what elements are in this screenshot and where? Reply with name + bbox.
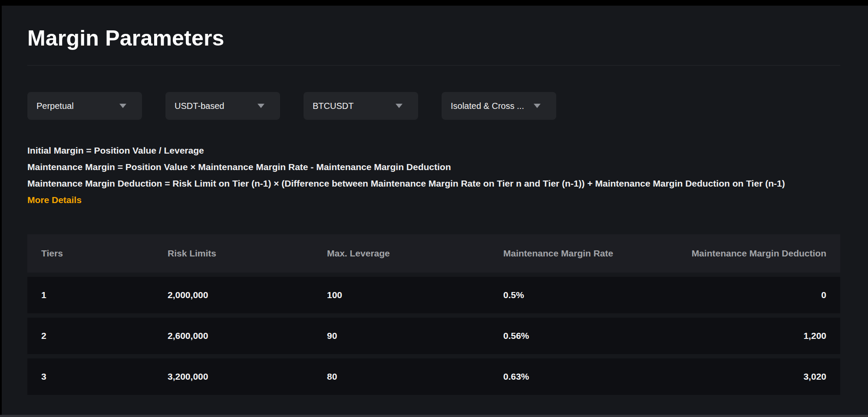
filter-bar: Perpetual USDT-based BTCUSDT Isolated & … [27,92,840,120]
table-row: 3 3,200,000 80 0.63% 3,020 [27,358,840,395]
table-row: 2 2,600,000 90 0.56% 1,200 [27,318,840,354]
mm-rate-cell: 0.56% [489,318,665,354]
title-divider [27,65,840,66]
max-leverage-cell: 100 [313,277,489,313]
formula-block: Initial Margin = Position Value / Levera… [27,142,840,208]
risk-limit-cell: 3,200,000 [154,358,313,395]
maintenance-margin-deduction-formula: Maintenance Margin Deduction = Risk Limi… [27,175,840,192]
margin-mode-dropdown[interactable]: Isolated & Cross ... [442,92,556,120]
tier-cell: 1 [27,277,154,313]
footer-divider [0,415,868,417]
settlement-coin-value: USDT-based [175,101,224,111]
chevron-down-icon [534,104,541,108]
mm-rate-cell: 0.5% [489,277,665,313]
contract-type-value: Perpetual [36,101,74,111]
chevron-down-icon [257,104,264,108]
mm-deduction-cell: 3,020 [665,358,840,395]
chevron-down-icon [396,104,403,108]
margin-mode-value: Isolated & Cross ... [451,101,524,111]
column-header-tiers: Tiers [27,234,154,273]
settlement-coin-dropdown[interactable]: USDT-based [165,92,280,120]
margin-tiers-table: Tiers Risk Limits Max. Leverage Maintena… [27,230,840,399]
more-details-link[interactable]: More Details [27,192,82,208]
chevron-down-icon [119,104,126,108]
column-header-max-leverage: Max. Leverage [313,234,489,273]
table-header-row: Tiers Risk Limits Max. Leverage Maintena… [27,234,840,273]
risk-limit-cell: 2,600,000 [154,318,313,354]
symbol-dropdown[interactable]: BTCUSDT [304,92,418,120]
column-header-mm-rate: Maintenance Margin Rate [489,234,665,273]
margin-parameters-page: Margin Parameters Perpetual USDT-based B… [2,6,868,415]
risk-limit-cell: 2,000,000 [154,277,313,313]
max-leverage-cell: 80 [313,358,489,395]
max-leverage-cell: 90 [313,318,489,354]
mm-deduction-cell: 1,200 [665,318,840,354]
page-title: Margin Parameters [27,26,840,50]
mm-deduction-cell: 0 [665,277,840,313]
column-header-mm-deduction: Maintenance Margin Deduction [665,234,840,273]
symbol-value: BTCUSDT [313,101,353,111]
tier-cell: 2 [27,318,154,354]
mm-rate-cell: 0.63% [489,358,665,395]
contract-type-dropdown[interactable]: Perpetual [27,92,142,120]
table-row: 1 2,000,000 100 0.5% 0 [27,277,840,313]
initial-margin-formula: Initial Margin = Position Value / Levera… [27,142,840,159]
column-header-risk-limits: Risk Limits [154,234,313,273]
tier-cell: 3 [27,358,154,395]
maintenance-margin-formula: Maintenance Margin = Position Value × Ma… [27,159,840,175]
